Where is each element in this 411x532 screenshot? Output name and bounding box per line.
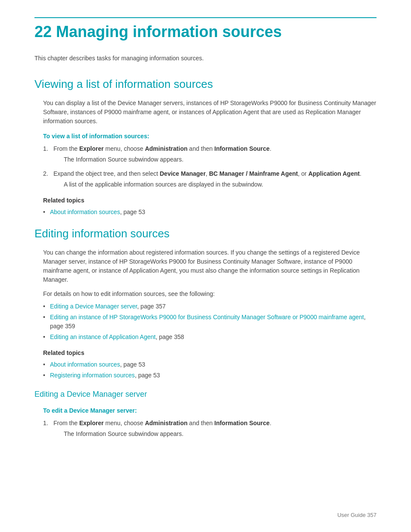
list-item: About information sources, page 53 bbox=[43, 360, 377, 369]
list-item: Editing an instance of Application Agent… bbox=[43, 333, 377, 342]
chapter-title: 22 Managing information sources bbox=[34, 22, 377, 41]
step-text: Expand the object tree, and then select … bbox=[53, 170, 361, 177]
section1-related-label: Related topics bbox=[43, 196, 377, 205]
chapter-title-main: Managing information sources bbox=[56, 23, 282, 40]
section-viewing: Viewing a list of information sources Yo… bbox=[34, 76, 377, 217]
page: 22 Managing information sources This cha… bbox=[0, 0, 411, 532]
footer-label: User Guide bbox=[337, 512, 366, 518]
list-item: Registering information sources, page 53 bbox=[43, 371, 377, 380]
section2-details-intro: For details on how to edit information s… bbox=[43, 289, 377, 299]
step-item: Expand the object tree, and then select … bbox=[43, 169, 377, 189]
section2-description: You can change the information about reg… bbox=[43, 248, 377, 284]
section-editing-device-manager: Editing a Device Manager server To edit … bbox=[34, 389, 377, 439]
registering-info-sources-link[interactable]: Registering information sources bbox=[50, 372, 135, 379]
section2-related-list: About information sources, page 53 Regis… bbox=[43, 360, 377, 380]
bold-explorer-3: Explorer bbox=[79, 420, 104, 426]
page-ref: , page 358 bbox=[156, 333, 184, 340]
section1-related-list: About information sources, page 53 bbox=[43, 208, 377, 217]
section3-title: Editing a Device Manager server bbox=[34, 389, 377, 400]
section1-body: You can display a list of the Device Man… bbox=[43, 99, 377, 217]
page-ref: , page 53 bbox=[120, 361, 145, 368]
step-item: From the Explorer menu, choose Administr… bbox=[43, 144, 377, 164]
section3-steps: From the Explorer menu, choose Administr… bbox=[43, 419, 377, 439]
section3-procedure-label: To edit a Device Manager server: bbox=[43, 406, 377, 415]
bold-info-source: Information Source bbox=[215, 145, 270, 152]
chapter-header: 22 Managing information sources bbox=[34, 17, 377, 41]
section2-title: Editing information sources bbox=[34, 225, 377, 242]
bold-explorer: Explorer bbox=[79, 145, 104, 152]
section1-title: Viewing a list of information sources bbox=[34, 76, 377, 93]
section-editing: Editing information sources You can chan… bbox=[34, 225, 377, 380]
section1-steps: From the Explorer menu, choose Administr… bbox=[43, 144, 377, 189]
section2-related-label: Related topics bbox=[43, 348, 377, 358]
section1-description: You can display a list of the Device Man… bbox=[43, 99, 377, 126]
page-ref: , page 53 bbox=[120, 208, 145, 215]
step-text: From the Explorer menu, choose Administr… bbox=[53, 145, 271, 152]
about-info-sources-link[interactable]: About information sources bbox=[50, 208, 120, 215]
section2-detail-links: Editing a Device Manager server, page 35… bbox=[43, 302, 377, 342]
bold-app-agent: Application Agent bbox=[308, 170, 360, 177]
intro-paragraph: This chapter describes tasks for managin… bbox=[34, 54, 377, 63]
list-item: Editing a Device Manager server, page 35… bbox=[43, 302, 377, 311]
page-ref: , page 357 bbox=[137, 303, 165, 310]
section1-procedure-label: To view a list of information sources: bbox=[43, 132, 377, 141]
bold-administration-3: Administration bbox=[145, 420, 187, 426]
page-ref: , page 53 bbox=[135, 372, 160, 379]
step-note-2: A list of the applicable information sou… bbox=[64, 180, 377, 189]
bold-bc-manager: BC Manager / Mainframe Agent bbox=[209, 170, 298, 177]
list-item: Editing an instance of HP StorageWorks P… bbox=[43, 313, 377, 331]
footer-page-number: 357 bbox=[367, 512, 377, 518]
section2-body: You can change the information about reg… bbox=[43, 248, 377, 380]
editing-hp-storageworks-link[interactable]: Editing an instance of HP StorageWorks P… bbox=[50, 314, 364, 320]
section3-body: To edit a Device Manager server: From th… bbox=[43, 406, 377, 439]
about-info-sources-link-2[interactable]: About information sources bbox=[50, 361, 120, 368]
bold-device-manager: Device Manager bbox=[160, 170, 206, 177]
bold-info-source-3: Information Source bbox=[215, 420, 270, 426]
step-note: The Information Source subwindow appears… bbox=[64, 155, 377, 164]
editing-app-agent-link[interactable]: Editing an instance of Application Agent bbox=[50, 333, 156, 340]
step-text: From the Explorer menu, choose Administr… bbox=[53, 420, 271, 426]
editing-device-manager-link[interactable]: Editing a Device Manager server bbox=[50, 303, 137, 310]
step-item: From the Explorer menu, choose Administr… bbox=[43, 419, 377, 439]
footer: User Guide 357 bbox=[337, 511, 377, 520]
bold-administration: Administration bbox=[145, 145, 187, 152]
step-note-3: The Information Source subwindow appears… bbox=[64, 429, 377, 439]
list-item: About information sources, page 53 bbox=[43, 208, 377, 217]
chapter-number: 22 bbox=[34, 23, 52, 40]
